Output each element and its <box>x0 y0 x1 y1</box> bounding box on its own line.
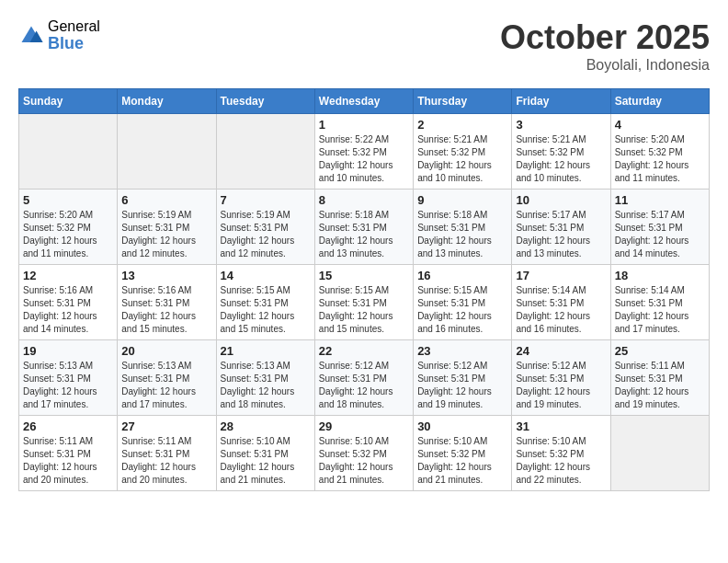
calendar-header-tuesday: Tuesday <box>216 89 314 114</box>
day-info: Sunrise: 5:10 AM Sunset: 5:32 PM Dayligh… <box>417 435 507 487</box>
day-info: Sunrise: 5:22 AM Sunset: 5:32 PM Dayligh… <box>319 133 409 185</box>
day-number: 30 <box>417 419 507 433</box>
day-info: Sunrise: 5:18 AM Sunset: 5:31 PM Dayligh… <box>319 209 409 260</box>
day-info: Sunrise: 5:11 AM Sunset: 5:31 PM Dayligh… <box>121 435 211 487</box>
day-number: 18 <box>615 269 705 282</box>
calendar-cell: 13Sunrise: 5:16 AM Sunset: 5:31 PM Dayli… <box>118 265 216 340</box>
calendar-cell: 6Sunrise: 5:19 AM Sunset: 5:31 PM Daylig… <box>118 190 216 265</box>
calendar-cell: 24Sunrise: 5:12 AM Sunset: 5:31 PM Dayli… <box>512 340 610 416</box>
day-number: 19 <box>23 344 113 358</box>
day-info: Sunrise: 5:10 AM Sunset: 5:32 PM Dayligh… <box>516 435 606 487</box>
day-number: 17 <box>516 269 606 282</box>
day-number: 8 <box>319 193 409 207</box>
day-number: 22 <box>319 344 409 358</box>
day-number: 9 <box>417 193 507 207</box>
calendar-cell: 28Sunrise: 5:10 AM Sunset: 5:31 PM Dayli… <box>216 416 314 491</box>
day-info: Sunrise: 5:19 AM Sunset: 5:31 PM Dayligh… <box>221 209 311 260</box>
day-number: 15 <box>319 269 409 282</box>
logo-icon <box>18 23 44 49</box>
day-number: 4 <box>615 118 705 132</box>
logo-general: General <box>48 18 100 35</box>
day-info: Sunrise: 5:13 AM Sunset: 5:31 PM Dayligh… <box>23 360 113 411</box>
day-info: Sunrise: 5:14 AM Sunset: 5:31 PM Dayligh… <box>615 284 705 336</box>
calendar-cell: 14Sunrise: 5:15 AM Sunset: 5:31 PM Dayli… <box>216 265 314 340</box>
calendar-header-sunday: Sunday <box>19 89 118 114</box>
day-info: Sunrise: 5:16 AM Sunset: 5:31 PM Dayligh… <box>121 284 211 336</box>
calendar-cell: 25Sunrise: 5:11 AM Sunset: 5:31 PM Dayli… <box>610 340 709 416</box>
day-number: 16 <box>417 269 507 282</box>
page-header: General Blue October 2025 Boyolali, Indo… <box>18 18 710 74</box>
day-number: 11 <box>615 193 705 207</box>
calendar-cell: 9Sunrise: 5:18 AM Sunset: 5:31 PM Daylig… <box>414 190 512 265</box>
day-info: Sunrise: 5:15 AM Sunset: 5:31 PM Dayligh… <box>221 284 311 336</box>
day-info: Sunrise: 5:12 AM Sunset: 5:31 PM Dayligh… <box>319 360 409 411</box>
day-number: 7 <box>221 193 311 207</box>
day-info: Sunrise: 5:21 AM Sunset: 5:32 PM Dayligh… <box>417 133 507 185</box>
day-info: Sunrise: 5:19 AM Sunset: 5:31 PM Dayligh… <box>121 209 211 260</box>
calendar-cell <box>118 114 216 190</box>
day-info: Sunrise: 5:13 AM Sunset: 5:31 PM Dayligh… <box>121 360 211 411</box>
calendar-week-row: 5Sunrise: 5:20 AM Sunset: 5:32 PM Daylig… <box>19 190 710 265</box>
day-info: Sunrise: 5:20 AM Sunset: 5:32 PM Dayligh… <box>615 133 705 185</box>
day-info: Sunrise: 5:12 AM Sunset: 5:31 PM Dayligh… <box>516 360 606 411</box>
day-info: Sunrise: 5:17 AM Sunset: 5:31 PM Dayligh… <box>615 209 705 260</box>
calendar-cell: 19Sunrise: 5:13 AM Sunset: 5:31 PM Dayli… <box>19 340 118 416</box>
day-info: Sunrise: 5:10 AM Sunset: 5:32 PM Dayligh… <box>319 435 409 487</box>
day-number: 21 <box>221 344 311 358</box>
calendar-cell: 7Sunrise: 5:19 AM Sunset: 5:31 PM Daylig… <box>216 190 314 265</box>
calendar-cell <box>19 114 118 190</box>
day-info: Sunrise: 5:17 AM Sunset: 5:31 PM Dayligh… <box>516 209 606 260</box>
calendar-cell: 27Sunrise: 5:11 AM Sunset: 5:31 PM Dayli… <box>118 416 216 491</box>
calendar-cell: 20Sunrise: 5:13 AM Sunset: 5:31 PM Dayli… <box>118 340 216 416</box>
calendar-header-row: SundayMondayTuesdayWednesdayThursdayFrid… <box>19 89 710 114</box>
calendar-header-friday: Friday <box>512 89 610 114</box>
day-info: Sunrise: 5:20 AM Sunset: 5:32 PM Dayligh… <box>23 209 113 260</box>
calendar-week-row: 26Sunrise: 5:11 AM Sunset: 5:31 PM Dayli… <box>19 416 710 491</box>
location: Boyolali, Indonesia <box>500 57 710 74</box>
calendar-cell: 15Sunrise: 5:15 AM Sunset: 5:31 PM Dayli… <box>314 265 413 340</box>
logo-text: General Blue <box>48 18 100 52</box>
title-block: October 2025 Boyolali, Indonesia <box>500 18 710 74</box>
calendar-cell: 2Sunrise: 5:21 AM Sunset: 5:32 PM Daylig… <box>414 114 512 190</box>
calendar-cell: 30Sunrise: 5:10 AM Sunset: 5:32 PM Dayli… <box>414 416 512 491</box>
day-info: Sunrise: 5:10 AM Sunset: 5:31 PM Dayligh… <box>221 435 311 487</box>
day-number: 14 <box>221 269 311 282</box>
calendar-cell: 16Sunrise: 5:15 AM Sunset: 5:31 PM Dayli… <box>414 265 512 340</box>
day-info: Sunrise: 5:21 AM Sunset: 5:32 PM Dayligh… <box>516 133 606 185</box>
calendar-cell: 5Sunrise: 5:20 AM Sunset: 5:32 PM Daylig… <box>19 190 118 265</box>
day-info: Sunrise: 5:18 AM Sunset: 5:31 PM Dayligh… <box>417 209 507 260</box>
month-year: October 2025 <box>500 18 710 57</box>
day-info: Sunrise: 5:16 AM Sunset: 5:31 PM Dayligh… <box>23 284 113 336</box>
day-number: 1 <box>319 118 409 132</box>
calendar-week-row: 19Sunrise: 5:13 AM Sunset: 5:31 PM Dayli… <box>19 340 710 416</box>
calendar-week-row: 12Sunrise: 5:16 AM Sunset: 5:31 PM Dayli… <box>19 265 710 340</box>
calendar-table: SundayMondayTuesdayWednesdayThursdayFrid… <box>18 88 710 491</box>
day-info: Sunrise: 5:15 AM Sunset: 5:31 PM Dayligh… <box>319 284 409 336</box>
calendar-cell <box>216 114 314 190</box>
calendar-cell: 12Sunrise: 5:16 AM Sunset: 5:31 PM Dayli… <box>19 265 118 340</box>
calendar-cell: 1Sunrise: 5:22 AM Sunset: 5:32 PM Daylig… <box>314 114 413 190</box>
calendar-cell: 8Sunrise: 5:18 AM Sunset: 5:31 PM Daylig… <box>314 190 413 265</box>
day-number: 27 <box>121 419 211 433</box>
day-info: Sunrise: 5:15 AM Sunset: 5:31 PM Dayligh… <box>417 284 507 336</box>
day-number: 24 <box>516 344 606 358</box>
calendar-cell: 10Sunrise: 5:17 AM Sunset: 5:31 PM Dayli… <box>512 190 610 265</box>
calendar-cell <box>610 416 709 491</box>
day-number: 3 <box>516 118 606 132</box>
day-info: Sunrise: 5:13 AM Sunset: 5:31 PM Dayligh… <box>221 360 311 411</box>
calendar-header-wednesday: Wednesday <box>314 89 413 114</box>
day-info: Sunrise: 5:14 AM Sunset: 5:31 PM Dayligh… <box>516 284 606 336</box>
day-info: Sunrise: 5:12 AM Sunset: 5:31 PM Dayligh… <box>417 360 507 411</box>
day-info: Sunrise: 5:11 AM Sunset: 5:31 PM Dayligh… <box>23 435 113 487</box>
calendar-week-row: 1Sunrise: 5:22 AM Sunset: 5:32 PM Daylig… <box>19 114 710 190</box>
calendar-cell: 22Sunrise: 5:12 AM Sunset: 5:31 PM Dayli… <box>314 340 413 416</box>
logo: General Blue <box>18 18 100 52</box>
day-number: 2 <box>417 118 507 132</box>
calendar-cell: 4Sunrise: 5:20 AM Sunset: 5:32 PM Daylig… <box>610 114 709 190</box>
day-number: 29 <box>319 419 409 433</box>
calendar-header-saturday: Saturday <box>610 89 709 114</box>
day-number: 10 <box>516 193 606 207</box>
logo-blue: Blue <box>48 35 100 53</box>
calendar-cell: 3Sunrise: 5:21 AM Sunset: 5:32 PM Daylig… <box>512 114 610 190</box>
calendar-cell: 26Sunrise: 5:11 AM Sunset: 5:31 PM Dayli… <box>19 416 118 491</box>
